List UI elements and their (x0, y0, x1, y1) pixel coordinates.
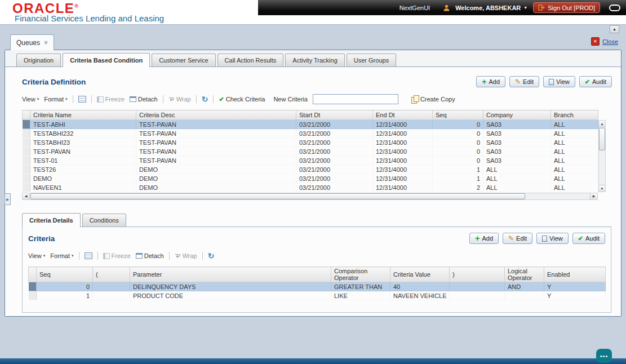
row-selector[interactable] (23, 165, 30, 174)
freeze-button[interactable]: Freeze (103, 252, 131, 259)
col-end-dt[interactable]: End Dt (373, 110, 433, 120)
create-copy-button[interactable]: Create Copy (411, 95, 455, 103)
col-seq[interactable]: Seq (37, 267, 93, 282)
table-row[interactable]: TESTABHI232TEST-PAVAN03/21/200012/31/400… (23, 129, 598, 138)
edit-button[interactable]: ✎Edit (509, 76, 539, 87)
col-criteria-desc[interactable]: Criteria Desc (136, 110, 296, 120)
tab-origination[interactable]: Origination (16, 54, 61, 66)
row-selector[interactable] (23, 156, 30, 165)
detach-button[interactable]: Detach (136, 252, 164, 259)
close-icon[interactable]: ✕ (591, 37, 600, 46)
col-open-paren[interactable]: ( (93, 267, 130, 282)
panel-expander[interactable]: ▶ (5, 193, 11, 205)
scrollbar-thumb[interactable] (30, 193, 525, 199)
cell-parameter: PRODUCT CODE (130, 291, 331, 300)
col-company[interactable]: Company (483, 110, 551, 120)
criteria-definition-toolbar: View▾ Format▾ Freeze Detach Wrap ↻ ✔Chec… (22, 93, 612, 105)
row-selector[interactable] (23, 147, 30, 156)
vertical-scrollbar[interactable]: ▲ ▼ (598, 120, 606, 192)
cell-start: 03/21/2000 (296, 120, 373, 129)
view-menu[interactable]: View▾ (28, 252, 45, 259)
view-button[interactable]: View (543, 76, 575, 87)
chat-icon[interactable]: ••• (596, 349, 612, 363)
tab-criteria-details[interactable]: Criteria Details (22, 213, 81, 227)
add-button[interactable]: +Add (469, 233, 499, 244)
row-selector[interactable] (23, 174, 30, 183)
table-row[interactable]: TESTABHI23TEST-PAVAN03/21/200012/31/4000… (23, 138, 598, 147)
col-close-paren[interactable]: ) (450, 267, 505, 282)
wrap-button[interactable]: Wrap (168, 96, 191, 103)
scrollbar-thumb[interactable] (599, 128, 605, 150)
refresh-icon[interactable]: ↻ (202, 96, 208, 103)
main-tab-bar: Origination Criteria Based Condition Cus… (5, 50, 621, 67)
query-by-example-icon[interactable] (78, 96, 86, 103)
table-row[interactable]: TEST-01TEST-PAVAN03/21/200012/31/40000SA… (23, 156, 598, 165)
format-menu[interactable]: Format▾ (50, 252, 73, 259)
tab-conditions[interactable]: Conditions (82, 214, 126, 227)
tab-activity-tracking[interactable]: Activity Tracking (285, 54, 344, 66)
row-selector[interactable] (29, 282, 37, 291)
cell-company: ALL (483, 174, 551, 183)
cell-open_paren (93, 291, 130, 300)
oval-icon[interactable] (609, 5, 620, 11)
page-scroll-up-button[interactable]: ▲ (610, 25, 619, 33)
check-criteria-button[interactable]: ✔Check Criteria (219, 96, 265, 103)
refresh-icon[interactable]: ↻ (208, 252, 215, 259)
table-row[interactable]: NAVEEN1DEMO03/21/200012/31/40002ALLALL (23, 183, 598, 192)
table-row[interactable]: TEST-PAVANTEST-PAVAN03/21/200012/31/4000… (23, 147, 598, 156)
view-button[interactable]: View (536, 233, 569, 244)
criteria-definition-grid: Criteria Name Criteria Desc Start Dt End… (22, 110, 606, 200)
close-control[interactable]: ✕ Close (591, 37, 618, 46)
row-selector[interactable] (23, 120, 30, 129)
scroll-down-button[interactable]: ▼ (599, 185, 605, 192)
col-start-dt[interactable]: Start Dt (296, 110, 373, 120)
row-selector[interactable] (23, 129, 30, 138)
col-branch[interactable]: Branch (551, 110, 598, 120)
cell-name: TEST-ABHI (30, 120, 136, 129)
col-criteria-name[interactable]: Criteria Name (30, 110, 136, 120)
tab-user-groups[interactable]: User Groups (347, 54, 396, 66)
tab-criteria-based-condition[interactable]: Criteria Based Condition (63, 53, 150, 67)
table-row[interactable]: TEST26DEMO03/21/200012/31/40001ALLALL (23, 165, 598, 174)
table-row[interactable]: 0DELINQUENCY DAYSGREATER THAN40ANDY (29, 282, 606, 291)
view-menu[interactable]: View▾ (22, 96, 39, 103)
format-menu[interactable]: Format▾ (44, 96, 67, 103)
tab-call-action-results[interactable]: Call Action Results (217, 54, 284, 66)
wrap-button[interactable]: Wrap (175, 252, 197, 259)
col-seq[interactable]: Seq (433, 110, 483, 120)
scroll-right-button[interactable]: ▶ (590, 193, 597, 199)
queues-tab-close-icon[interactable]: × (44, 39, 48, 47)
row-selector[interactable] (29, 291, 37, 300)
table-row[interactable]: 1PRODUCT CODELIKENAVEEN VEHICLEY (29, 291, 606, 300)
query-by-example-icon[interactable] (85, 252, 92, 259)
add-button[interactable]: +Add (476, 76, 505, 87)
close-link[interactable]: Close (602, 38, 618, 45)
new-criteria-input[interactable] (313, 94, 398, 104)
tab-customer-service[interactable]: Customer Service (152, 54, 215, 66)
col-parameter[interactable]: Parameter (130, 267, 331, 282)
row-selector[interactable] (23, 183, 30, 192)
freeze-button[interactable]: Freeze (97, 96, 125, 103)
table-row[interactable]: DEMODEMO03/21/200012/31/40001ALLALL (23, 174, 598, 183)
scroll-left-button[interactable]: ◀ (23, 193, 30, 199)
detach-button[interactable]: Detach (130, 96, 158, 103)
app-subtitle: Financial Services Lending and Leasing (15, 14, 164, 23)
nextgenui-link[interactable]: NextGenUI (399, 5, 430, 11)
scroll-up-button[interactable]: ▲ (599, 121, 605, 127)
row-selector[interactable] (23, 138, 30, 147)
queues-window-tab[interactable]: Queues × (10, 34, 54, 50)
toolbar-separator (202, 252, 203, 260)
col-comparison-operator[interactable]: Comparison Operator (331, 267, 390, 282)
edit-button[interactable]: ✎Edit (503, 233, 532, 244)
sign-out-button[interactable]: Sign Out [PROD] (533, 2, 600, 13)
audit-button[interactable]: ✔Audit (579, 76, 612, 87)
user-menu[interactable]: Welcome, ABSHEKAR ▼ (455, 5, 527, 11)
col-criteria-value[interactable]: Criteria Value (390, 267, 450, 282)
horizontal-scrollbar[interactable]: ◀ ▶ (22, 193, 598, 200)
col-logical-operator[interactable]: Logical Operator (505, 267, 544, 282)
table-row[interactable]: TEST-ABHITEST-PAVAN03/21/200012/31/40000… (23, 120, 598, 129)
audit-button[interactable]: ✔Audit (572, 233, 605, 244)
pencil-icon: ✎ (508, 234, 514, 242)
document-icon (549, 79, 554, 85)
col-enabled[interactable]: Enabled (544, 267, 606, 282)
